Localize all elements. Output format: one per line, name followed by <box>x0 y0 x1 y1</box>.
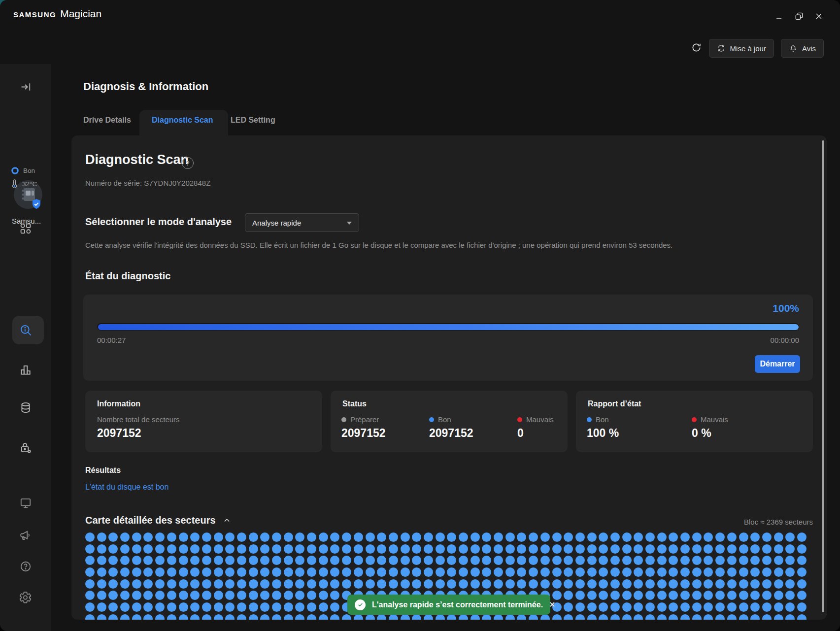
sector-dot <box>342 556 351 565</box>
sector-dot <box>284 567 293 577</box>
sector-dot <box>97 614 106 620</box>
sector-dot <box>132 591 141 600</box>
sidebar-item-performance[interactable] <box>0 364 51 376</box>
sector-dot <box>319 602 328 612</box>
report-good-value: 100 % <box>587 427 619 440</box>
sector-dot <box>214 602 223 612</box>
sector-dot <box>342 614 351 620</box>
sector-dot <box>785 602 795 612</box>
sector-dot <box>634 591 643 600</box>
sector-dot <box>762 544 772 554</box>
sidebar-item-diagnosis[interactable] <box>0 324 51 337</box>
sector-dot <box>237 556 246 565</box>
sector-dot <box>214 567 223 577</box>
close-icon <box>814 11 824 21</box>
tab-led-setting[interactable]: LED Setting <box>231 116 275 125</box>
sector-dot <box>739 579 748 589</box>
minimize-icon <box>774 11 784 21</box>
sector-dot <box>214 591 223 600</box>
sector-dot <box>587 567 597 577</box>
sector-dot <box>610 567 620 577</box>
sector-dot <box>108 602 118 612</box>
sidebar-item-dashboard[interactable] <box>0 222 51 235</box>
sector-dot <box>540 544 550 554</box>
sector-dot <box>517 532 526 542</box>
update-button[interactable]: Mise à jour <box>709 39 774 58</box>
sector-dot <box>762 556 772 565</box>
sector-dot <box>540 532 550 542</box>
sector-dot <box>249 602 258 612</box>
minimize-button[interactable] <box>773 10 786 23</box>
megaphone-icon <box>19 529 32 542</box>
sector-dot <box>97 579 106 589</box>
sector-dot <box>750 532 760 542</box>
sector-dot <box>634 602 643 612</box>
notice-button[interactable]: Avis <box>781 39 824 58</box>
sector-dot <box>774 544 783 554</box>
sector-dot <box>704 579 713 589</box>
sector-dot <box>237 544 246 554</box>
close-button[interactable] <box>812 10 825 23</box>
sector-dot <box>750 579 760 589</box>
sector-dot <box>505 579 515 589</box>
sector-dot <box>249 591 258 600</box>
start-button[interactable]: Démarrer <box>755 355 800 373</box>
sector-dot <box>599 567 608 577</box>
sector-dot <box>307 567 316 577</box>
sector-dot <box>529 614 538 620</box>
sector-dot <box>237 614 246 620</box>
lock-gear-icon <box>19 441 32 454</box>
tab-drive-details[interactable]: Drive Details <box>83 116 131 125</box>
progress-card: 100% 00:00:27 00:00:00 Démarrer <box>83 295 813 381</box>
mode-select[interactable]: Analyse rapide <box>245 213 359 232</box>
serial-number: Numéro de série: S7YDNJ0Y202848Z <box>85 179 210 187</box>
sidebar-item-system[interactable] <box>0 497 51 509</box>
sector-dot <box>401 579 410 589</box>
sector-dot <box>680 532 690 542</box>
sector-dot <box>762 567 772 577</box>
sector-dot <box>774 579 783 589</box>
sector-dot <box>645 579 655 589</box>
sector-dot <box>424 567 433 577</box>
sector-dot <box>132 602 141 612</box>
sector-dot <box>401 532 410 542</box>
sector-dot <box>750 556 760 565</box>
sidebar-item-settings[interactable] <box>0 591 51 604</box>
sector-dot <box>680 579 690 589</box>
sidebar-item-storage[interactable] <box>0 401 51 414</box>
sector-dot <box>97 567 106 577</box>
sector-dot <box>260 579 269 589</box>
sector-dot <box>634 532 643 542</box>
toast-close-button[interactable]: ✕ <box>543 600 555 609</box>
sector-dot <box>727 579 737 589</box>
sector-dot <box>108 614 118 620</box>
sector-dot <box>260 544 269 554</box>
good-value: 2097152 <box>429 427 473 440</box>
tab-diagnostic-scan[interactable]: Diagnostic Scan <box>152 116 213 125</box>
sector-dot <box>739 544 748 554</box>
sector-dot <box>797 556 806 565</box>
sector-dot <box>797 544 806 554</box>
progress-percent: 100% <box>773 302 799 314</box>
expand-sidebar-button[interactable] <box>0 81 51 93</box>
chevron-up-icon[interactable] <box>223 516 231 525</box>
help-tooltip-icon[interactable]: ? <box>182 157 194 169</box>
sector-dot <box>284 556 293 565</box>
restore-button[interactable] <box>793 10 806 23</box>
report-good-dot-icon <box>587 417 592 422</box>
sidebar-item-help[interactable] <box>0 560 51 573</box>
refresh-button[interactable] <box>691 42 702 55</box>
sidebar-item-announcements[interactable] <box>0 529 51 542</box>
results-heading: Résultats <box>85 466 121 475</box>
sector-dot <box>307 614 316 620</box>
sector-dot <box>214 579 223 589</box>
vertical-scrollbar[interactable] <box>822 140 824 612</box>
sidebar-item-security[interactable] <box>0 441 51 454</box>
sector-dot <box>505 544 515 554</box>
sector-dot <box>202 556 211 565</box>
sector-dot <box>155 614 165 620</box>
sector-dot <box>401 614 410 620</box>
sector-dot <box>225 614 235 620</box>
sector-dot <box>284 544 293 554</box>
sector-dot <box>459 544 468 554</box>
